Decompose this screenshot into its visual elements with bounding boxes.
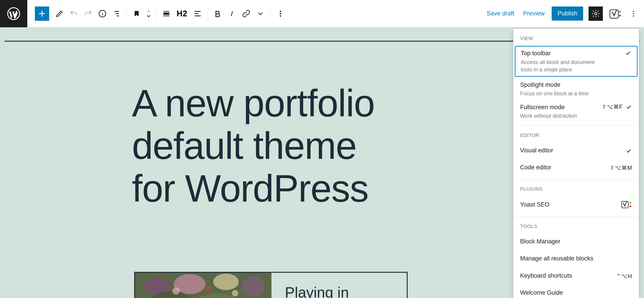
menu-item-spotlight-mode[interactable]: Spotlight mode Focus on one block at a t… xyxy=(514,78,639,100)
save-draft-button[interactable]: Save draft xyxy=(485,8,516,19)
add-block-button[interactable] xyxy=(35,7,49,21)
check-icon xyxy=(625,50,632,56)
block-options-button[interactable] xyxy=(273,7,288,21)
svg-rect-7 xyxy=(610,10,618,18)
info-button[interactable] xyxy=(95,7,110,21)
gear-icon xyxy=(591,9,600,18)
yoast-icon xyxy=(610,8,621,20)
text-align-button[interactable] xyxy=(190,7,205,21)
wordpress-icon xyxy=(7,7,20,20)
menu-item-block-manager[interactable]: Block Manager xyxy=(514,233,639,250)
dropdown-section-title: EDITOR xyxy=(514,126,639,142)
pencil-icon xyxy=(55,9,64,18)
menu-item-code-editor[interactable]: Code editor ⇧⌥⌘M xyxy=(514,159,639,176)
svg-point-27 xyxy=(630,206,631,207)
wordpress-logo-button[interactable] xyxy=(0,0,27,27)
dropdown-section-title: VIEW xyxy=(514,29,639,45)
svg-point-12 xyxy=(633,15,634,17)
media-text-block[interactable]: Playing in xyxy=(134,272,408,298)
undo-icon xyxy=(69,9,78,18)
check-icon xyxy=(626,147,632,154)
svg-point-16 xyxy=(213,274,239,290)
heading-level-button[interactable]: H2 xyxy=(174,9,190,18)
menu-item-label: Welcome Guide xyxy=(520,288,563,297)
media-text-content[interactable]: Playing in xyxy=(272,273,407,298)
media-image[interactable] xyxy=(135,273,272,298)
svg-rect-25 xyxy=(622,201,628,208)
preview-button[interactable]: Preview xyxy=(521,8,546,19)
menu-item-label: Code editor xyxy=(520,163,552,172)
redo-icon xyxy=(84,9,92,18)
move-block-buttons[interactable] xyxy=(144,7,154,21)
settings-button[interactable] xyxy=(588,7,603,21)
more-formatting-button[interactable] xyxy=(253,7,268,21)
info-icon xyxy=(98,9,107,18)
bookmark-icon xyxy=(132,10,141,18)
more-vertical-icon xyxy=(276,10,284,18)
chevron-down-icon xyxy=(256,10,264,18)
undo-button[interactable] xyxy=(67,7,81,21)
svg-point-4 xyxy=(280,13,281,14)
menu-item-top-toolbar[interactable]: Top toolbar Access all block and documen… xyxy=(515,46,638,77)
yoast-icon xyxy=(622,200,632,209)
svg-point-3 xyxy=(280,11,281,12)
svg-point-6 xyxy=(594,12,597,15)
menu-item-desc: Work without distraction xyxy=(520,112,602,120)
menu-item-keyboard-shortcuts[interactable]: Keyboard shortcuts ⌃⌥H xyxy=(514,267,639,284)
menu-item-welcome-guide[interactable]: Welcome Guide xyxy=(514,284,639,298)
link-icon xyxy=(242,9,251,18)
svg-point-22 xyxy=(172,287,180,295)
align-wide-icon xyxy=(162,9,171,18)
menu-item-shortcut: ⇧⌥⌘F xyxy=(602,104,623,110)
more-menu-button[interactable] xyxy=(628,7,639,21)
svg-point-9 xyxy=(619,15,621,17)
dropdown-section-title: PLUGINS xyxy=(514,179,639,195)
bold-button[interactable] xyxy=(210,7,225,21)
menu-item-manage-reusable-blocks[interactable]: Manage all reusable blocks xyxy=(514,250,639,267)
chevron-down-icon xyxy=(146,14,152,19)
svg-rect-2 xyxy=(164,13,170,15)
check-icon xyxy=(626,104,632,110)
svg-point-26 xyxy=(630,202,631,204)
menu-item-label: Keyboard shortcuts xyxy=(520,271,572,280)
menu-item-fullscreen-mode[interactable]: Fullscreen mode Work without distraction… xyxy=(514,100,639,122)
painting-placeholder xyxy=(135,273,272,298)
menu-item-label: Manage all reusable blocks xyxy=(520,254,593,263)
menu-item-label: Visual editor xyxy=(520,146,553,155)
align-left-icon xyxy=(193,9,202,18)
menu-item-label: Fullscreen mode xyxy=(520,103,602,112)
menu-item-shortcut: ⌃⌥H xyxy=(616,273,632,279)
tools-button[interactable] xyxy=(52,7,67,21)
menu-item-label: Top toolbar xyxy=(521,49,622,58)
menu-item-label: Yoast SEO xyxy=(520,200,550,209)
menu-item-desc: Focus on one block at a time xyxy=(520,90,605,97)
bold-icon xyxy=(214,10,222,18)
publish-button[interactable]: Publish xyxy=(552,7,583,21)
menu-item-shortcut: ⇧⌥⌘M xyxy=(610,165,632,171)
menu-item-visual-editor[interactable]: Visual editor xyxy=(514,142,639,159)
italic-button[interactable] xyxy=(225,7,239,21)
svg-point-8 xyxy=(619,11,621,13)
link-button[interactable] xyxy=(239,7,253,21)
svg-point-24 xyxy=(232,290,238,296)
dropdown-section-title: TOOLS xyxy=(514,217,639,233)
plus-icon xyxy=(38,9,46,18)
menu-item-label: Spotlight mode xyxy=(520,80,623,90)
media-text-caption: Playing in xyxy=(285,284,349,298)
align-wide-button[interactable] xyxy=(159,7,174,21)
svg-point-17 xyxy=(242,276,265,296)
chevron-up-icon xyxy=(146,9,152,14)
svg-point-23 xyxy=(205,286,210,291)
italic-icon xyxy=(228,10,236,18)
redo-button[interactable] xyxy=(81,7,95,21)
svg-point-10 xyxy=(633,11,634,12)
block-type-button[interactable] xyxy=(130,7,144,21)
yoast-button[interactable] xyxy=(608,7,622,21)
menu-item-yoast-seo[interactable]: Yoast SEO xyxy=(514,195,639,213)
outline-button[interactable] xyxy=(110,7,124,21)
menu-item-label: Block Manager xyxy=(520,237,560,246)
more-vertical-icon xyxy=(630,10,638,18)
menu-item-desc: Access all block and document tools in a… xyxy=(521,58,606,73)
svg-point-5 xyxy=(280,15,281,17)
more-menu-dropdown: VIEW Top toolbar Access all block and do… xyxy=(513,29,639,298)
